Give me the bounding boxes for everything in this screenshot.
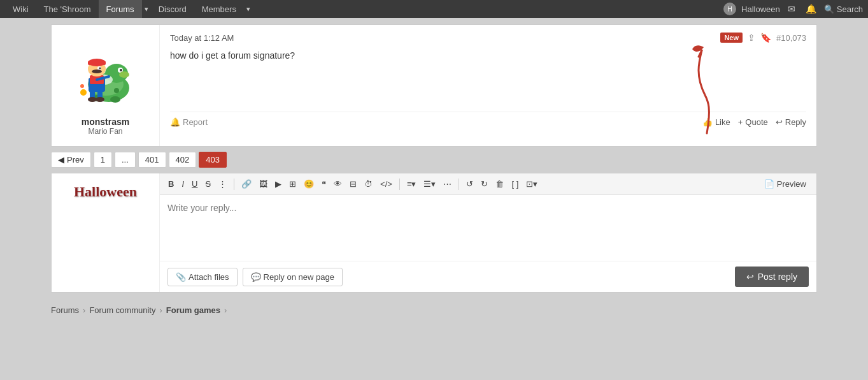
attach-icon: 📎 — [176, 272, 186, 282]
bold-button[interactable]: B — [165, 177, 177, 191]
toolbar-sep-1 — [234, 179, 234, 190]
main-wrapper: monstrasm Mario Fan Today at 1:12 AM New… — [0, 18, 868, 380]
bookmark-icon[interactable]: 🔖 — [760, 33, 771, 43]
post-time: Today at 1:12 AM — [170, 33, 234, 43]
reply-author-display: Halloween — [74, 184, 137, 200]
attach-label: Attach files — [189, 272, 229, 282]
page-402-button[interactable]: 402 — [169, 152, 197, 168]
redo-button[interactable]: ↻ — [478, 177, 491, 191]
mail-icon[interactable]: ✉ — [785, 4, 798, 14]
forums-dropdown-icon[interactable]: ▾ — [142, 5, 151, 13]
bell-icon[interactable]: 🔔 — [803, 4, 819, 14]
spoiler-button[interactable]: 👁 — [331, 177, 345, 191]
members-dropdown-icon[interactable]: ▾ — [244, 5, 253, 13]
reply-new-page-button[interactable]: 💬 Reply on new page — [243, 268, 343, 286]
post-reply-label: Post reply — [758, 272, 797, 282]
prev-page-button[interactable]: ◀ Prev — [51, 152, 91, 168]
like-button[interactable]: 👍 Like — [702, 117, 730, 127]
post-body: how do i get a forum signature? — [170, 50, 806, 61]
page-403-button[interactable]: 403 — [199, 152, 227, 168]
post-content: Today at 1:12 AM New ⇪ 🔖 #10,073 how do … — [160, 25, 816, 146]
page-1-button[interactable]: 1 — [94, 152, 112, 168]
svg-point-4 — [120, 69, 122, 71]
svg-point-10 — [114, 88, 119, 93]
breadcrumb: Forums › Forum community › Forum games › — [51, 298, 817, 318]
report-button[interactable]: 🔔 Report — [170, 117, 208, 127]
clear-button[interactable]: 🗑 — [492, 177, 507, 191]
quote-toolbar-button[interactable]: ❝ — [318, 177, 329, 191]
reply-textarea[interactable] — [160, 195, 816, 259]
strikethrough-button[interactable]: S — [202, 177, 214, 191]
breadcrumb-forums[interactable]: Forums — [51, 305, 79, 315]
quote-label: Quote — [745, 117, 767, 127]
align-button[interactable]: ≡▾ — [404, 177, 420, 191]
search-label[interactable]: Search — [837, 4, 863, 14]
page-ellipsis: ... — [115, 152, 136, 168]
svg-point-23 — [96, 97, 104, 102]
reply-icon: ↩ — [776, 117, 783, 127]
like-label: Like — [715, 117, 730, 127]
breadcrumb-sep-1: › — [83, 305, 85, 315]
nav-wiki[interactable]: Wiki — [5, 0, 36, 18]
new-badge: New — [720, 33, 743, 43]
editor-footer-left: 📎 Attach files 💬 Reply on new page — [167, 268, 343, 286]
more-format-button[interactable]: ⋮ — [215, 177, 230, 191]
undo-button[interactable]: ↺ — [463, 177, 476, 191]
top-navigation: Wiki The 'Shroom Forums ▾ Discord Member… — [0, 0, 868, 18]
nav-discord[interactable]: Discord — [151, 0, 194, 18]
link-button[interactable]: 🔗 — [238, 177, 255, 191]
image-button[interactable]: 🖼 — [256, 177, 271, 191]
reply-label: Reply — [785, 117, 806, 127]
italic-button[interactable]: I — [178, 177, 187, 191]
code-button[interactable]: </> — [377, 177, 395, 191]
preview-label: Preview — [777, 179, 806, 189]
author-title: Mario Fan — [62, 127, 149, 136]
svg-point-18 — [92, 69, 102, 73]
breadcrumb-forum-community[interactable]: Forum community — [89, 305, 155, 315]
search-icon: 🔍 — [824, 4, 834, 14]
reply-editor-col: B I U S ⋮ 🔗 🖼 ▶ ⊞ 😊 ❝ 👁 ⊟ ⏱ </> — [160, 173, 816, 292]
content-container: monstrasm Mario Fan Today at 1:12 AM New… — [51, 18, 817, 324]
editor-footer: 📎 Attach files 💬 Reply on new page ↩ Pos… — [160, 261, 816, 292]
svg-rect-15 — [88, 61, 106, 65]
post-card: monstrasm Mario Fan Today at 1:12 AM New… — [51, 24, 817, 147]
preview-button[interactable]: 📄 Preview — [759, 177, 811, 191]
author-name: monstrasm — [62, 117, 149, 127]
report-icon: 🔔 — [170, 117, 180, 127]
table-button[interactable]: ⊞ — [286, 177, 299, 191]
media-button[interactable]: ▶ — [272, 177, 285, 191]
prev-label: Prev — [67, 155, 84, 164]
post-header: Today at 1:12 AM New ⇪ 🔖 #10,073 — [170, 33, 806, 43]
post-meta-right: New ⇪ 🔖 #10,073 — [720, 33, 806, 43]
nav-forums[interactable]: Forums — [99, 0, 142, 18]
page-401-button[interactable]: 401 — [138, 152, 166, 168]
svg-point-17 — [99, 68, 101, 69]
nav-shroom[interactable]: The 'Shroom — [36, 0, 99, 18]
code-block-button[interactable]: ⊟ — [346, 177, 360, 191]
emoji-button[interactable]: 😊 — [301, 177, 317, 191]
quote-button[interactable]: + Quote — [738, 117, 768, 127]
more-options-button[interactable]: ⋯ — [440, 177, 455, 191]
bracket-button[interactable]: [ ] — [508, 177, 522, 191]
username: Halloween — [741, 4, 780, 14]
attach-files-button[interactable]: 📎 Attach files — [167, 268, 238, 286]
time-button[interactable]: ⏱ — [361, 177, 376, 191]
toolbar-sep-3 — [459, 179, 459, 190]
toolbar-sep-2 — [399, 179, 400, 190]
share-icon[interactable]: ⇪ — [748, 33, 755, 43]
post-reply-button[interactable]: ↩ Post reply — [735, 267, 809, 287]
reply-button[interactable]: ↩ Reply — [776, 117, 806, 127]
underline-button[interactable]: U — [189, 177, 201, 191]
breadcrumb-sep-3: › — [224, 305, 227, 315]
user-avatar[interactable]: H — [723, 3, 736, 15]
post-reply-icon: ↩ — [746, 272, 754, 282]
svg-point-25 — [80, 84, 84, 88]
nav-members[interactable]: Members — [194, 0, 244, 18]
quote-icon: + — [738, 117, 743, 127]
svg-point-24 — [80, 89, 87, 96]
post-number: #10,073 — [776, 33, 806, 43]
template-button[interactable]: ⊡▾ — [523, 177, 541, 191]
list-button[interactable]: ☰▾ — [420, 177, 439, 191]
svg-point-5 — [119, 71, 129, 78]
reply-new-label: Reply on new page — [264, 272, 334, 282]
